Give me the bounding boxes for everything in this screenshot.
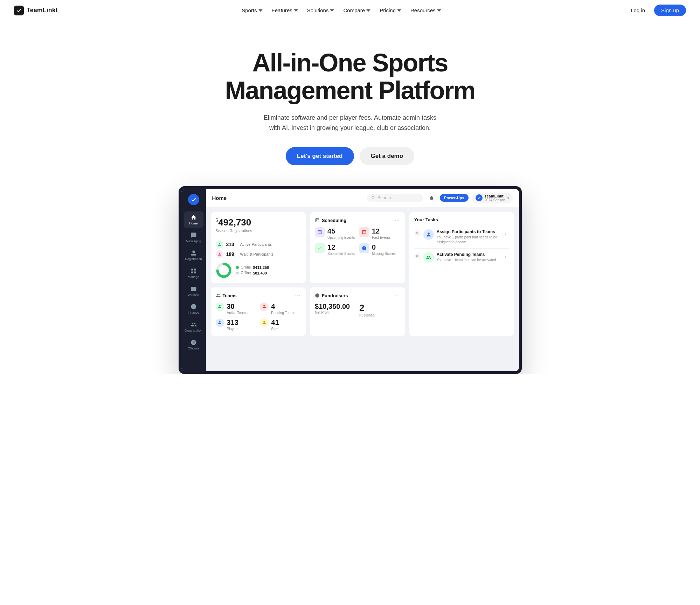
sidebar-item-website[interactable]: Website: [184, 283, 203, 299]
sidebar-finance-label: Finance: [188, 311, 199, 314]
nav-sports[interactable]: Sports: [237, 5, 266, 15]
dashboard-frame: Home Messaging Registration Manage Websi…: [179, 186, 522, 374]
nav-pricing[interactable]: Pricing: [375, 5, 406, 15]
upcoming-events-icon: [315, 227, 325, 237]
task-2-desc: You have 1 team that can be activated.: [437, 258, 499, 263]
sidebar-website-label: Website: [188, 293, 199, 297]
sched-card-title: Scheduling: [315, 218, 346, 223]
sched-card-header: Scheduling ⋯: [315, 217, 400, 224]
submitted-scores-num: 12: [327, 243, 355, 251]
task-2-title: Activate Pending Teams: [437, 252, 499, 257]
teams-icon: [216, 293, 221, 298]
cta-primary-button[interactable]: Let's get started: [286, 147, 354, 165]
sidebar: Home Messaging Registration Manage Websi…: [181, 189, 206, 371]
sidebar-item-organization[interactable]: Organization: [184, 319, 203, 335]
nav-features[interactable]: Features: [268, 5, 302, 15]
net-profit-label: Net Profit: [315, 311, 356, 314]
upcoming-events-label: Upcoming Events: [327, 235, 355, 240]
sidebar-item-finance[interactable]: Finance: [184, 301, 203, 317]
cta-secondary-button[interactable]: Get a demo: [360, 147, 415, 165]
submitted-scores-item: 12 Submitted Scores: [315, 243, 356, 256]
active-teams-label: Active Teams: [227, 311, 248, 315]
task-2-avatar: [423, 252, 434, 263]
sidebar-home-label: Home: [189, 222, 197, 225]
donut-section: Online $411,250 Offline $81,480: [216, 262, 301, 278]
nav-solutions[interactable]: Solutions: [303, 5, 339, 15]
sidebar-item-officials[interactable]: Officials: [184, 336, 203, 353]
sidebar-messaging-label: Messaging: [186, 239, 201, 243]
svg-rect-2: [191, 271, 193, 273]
pending-teams-icon: [260, 302, 268, 311]
upcoming-events-num: 45: [327, 227, 355, 235]
sched-grid: 45 Upcoming Events 12 Past Ev: [315, 227, 400, 256]
past-events-num: 12: [372, 227, 390, 235]
published-num: 2: [359, 302, 400, 313]
waitlist-icon: [216, 250, 223, 258]
nav-actions: Log in Sign up: [625, 5, 686, 16]
sidebar-item-registration[interactable]: Registration: [184, 247, 203, 264]
sidebar-item-home[interactable]: Home: [184, 211, 203, 228]
topbar-right: Search... Power-Ups TeamLinkt: [367, 193, 512, 203]
task-2-dismiss[interactable]: [414, 253, 421, 259]
published-label: Published: [359, 313, 400, 317]
active-teams-stat: 30 Active Teams: [216, 302, 257, 315]
sidebar-item-manage[interactable]: Manage: [184, 265, 203, 281]
staff-num: 41: [271, 319, 279, 327]
sidebar-manage-label: Manage: [188, 275, 199, 279]
sidebar-item-messaging[interactable]: Messaging: [184, 229, 203, 246]
past-events-icon: [359, 227, 369, 237]
active-icon: [216, 241, 223, 248]
published-data: 2 Published: [359, 302, 400, 317]
offline-dot: [236, 272, 239, 274]
signup-button[interactable]: Sign up: [654, 5, 686, 16]
login-button[interactable]: Log in: [625, 5, 651, 16]
staff-data: 41 Staff: [271, 319, 279, 331]
main-content: Home Search... Power-Ups: [206, 189, 519, 371]
teams-grid: 30 Active Teams 4 Pending Tea: [216, 302, 301, 331]
nav-resources[interactable]: Resources: [406, 5, 445, 15]
task-1-body: Assign Participants to Teams You have 1 …: [437, 229, 499, 245]
nav-logo[interactable]: TeamLinkt: [14, 6, 58, 15]
logo-checkmark: [16, 8, 21, 13]
reg-stats: 313 Active Participants 189 Waitlist Par…: [216, 241, 301, 258]
task-1-desc: You have 1 participant that needs to be …: [437, 235, 499, 245]
fund-card-menu[interactable]: ⋯: [394, 292, 400, 299]
teams-card-menu[interactable]: ⋯: [295, 292, 301, 299]
past-events-label: Past Events: [372, 235, 390, 240]
topbar-title: Home: [212, 195, 227, 201]
task-2-body: Activate Pending Teams You have 1 team t…: [437, 252, 499, 263]
players-label: Players: [227, 327, 238, 331]
notification-bell[interactable]: [427, 193, 436, 203]
players-icon: [216, 319, 224, 327]
dashboard-inner: Home Messaging Registration Manage Websi…: [181, 189, 519, 371]
registration-card: $492,730 Season Registrations 313: [211, 212, 306, 283]
missing-scores-item: 0 Missing Scores: [359, 243, 400, 256]
upcoming-events-item: 45 Upcoming Events: [315, 227, 356, 240]
staff-icon: [260, 319, 268, 327]
task-1-arrow[interactable]: [502, 231, 509, 238]
svg-rect-1: [194, 269, 196, 270]
task-2-arrow[interactable]: [502, 253, 509, 260]
net-profit-amount: $10,350.00: [315, 302, 356, 311]
hero-section: All-in-One Sports Management Platform El…: [0, 21, 700, 186]
hero-buttons: Let's get started Get a demo: [7, 147, 693, 165]
online-dot: [236, 266, 239, 269]
power-ups-button[interactable]: Power-Ups: [440, 194, 468, 202]
submitted-scores-icon: [315, 243, 325, 253]
nav-compare[interactable]: Compare: [339, 5, 375, 15]
missing-scores-icon: [359, 243, 369, 253]
fundraisers-icon: [315, 293, 320, 298]
teamlinkt-badge-info: TeamLinkt 2024 Season: [485, 194, 505, 202]
search-box[interactable]: Search...: [367, 194, 423, 202]
pending-teams-data: 4 Pending Teams: [271, 302, 295, 315]
teamlinkt-badge[interactable]: TeamLinkt 2024 Season ▾: [472, 193, 513, 203]
teamlinkt-badge-icon: [476, 194, 483, 201]
sched-card-menu[interactable]: ⋯: [394, 217, 400, 224]
task-1-title: Assign Participants to Teams: [437, 229, 499, 234]
svg-rect-4: [191, 287, 196, 291]
tasks-card-title: Your Tasks: [414, 217, 438, 222]
svg-rect-3: [194, 271, 196, 273]
task-1-dismiss[interactable]: [414, 230, 421, 236]
scheduling-card: Scheduling ⋯ 45 Upcoming: [310, 212, 405, 283]
players-num: 313: [227, 319, 238, 327]
